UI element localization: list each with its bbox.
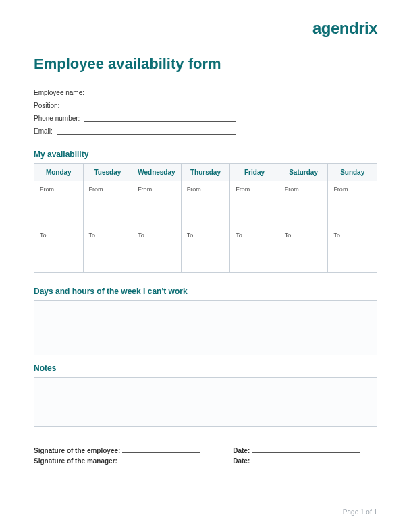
to-cell[interactable]: To	[230, 227, 279, 273]
phone-number-label: Phone number:	[34, 115, 80, 122]
manager-signature-line[interactable]	[119, 463, 199, 463]
day-header-tuesday: Tuesday	[83, 164, 132, 181]
to-cell[interactable]: To	[34, 227, 84, 273]
from-cell[interactable]: From	[83, 181, 132, 227]
notes-section-header: Notes	[34, 363, 377, 373]
day-header-monday: Monday	[34, 164, 84, 181]
to-cell[interactable]: To	[181, 227, 230, 273]
to-cell[interactable]: To	[279, 227, 328, 273]
date-field-1[interactable]: Date:	[233, 447, 377, 454]
day-header-saturday: Saturday	[279, 164, 328, 181]
cant-work-textbox[interactable]	[34, 300, 377, 355]
to-cell[interactable]: To	[132, 227, 182, 273]
phone-number-line[interactable]	[84, 121, 236, 122]
manager-signature-field[interactable]: Signature of the manager:	[34, 457, 233, 465]
employee-name-label: Employee name:	[34, 89, 84, 96]
date-line-2[interactable]	[252, 463, 360, 463]
position-field[interactable]: Position:	[34, 100, 377, 111]
manager-signature-label: Signature of the manager:	[34, 457, 117, 465]
signature-row-2: Signature of the manager: Date:	[34, 457, 377, 465]
to-cell[interactable]: To	[83, 227, 132, 273]
email-field[interactable]: Email:	[34, 126, 377, 136]
employee-signature-field[interactable]: Signature of the employee:	[34, 447, 233, 454]
date-label-2: Date:	[233, 457, 250, 465]
position-label: Position:	[34, 102, 59, 109]
info-fields-block: Employee name: Position: Phone number: E…	[34, 88, 377, 136]
day-header-thursday: Thursday	[181, 164, 230, 181]
from-cell[interactable]: From	[132, 181, 182, 227]
date-label-1: Date:	[233, 447, 250, 454]
signature-row-1: Signature of the employee: Date:	[34, 447, 377, 454]
from-cell[interactable]: From	[34, 181, 84, 227]
employee-signature-label: Signature of the employee:	[34, 447, 120, 454]
cant-work-section-header: Days and hours of the week I can't work	[34, 287, 377, 296]
date-line-1[interactable]	[252, 452, 360, 453]
brand-logo: agendrix	[312, 19, 377, 38]
from-cell[interactable]: From	[230, 181, 279, 227]
from-cell[interactable]: From	[279, 181, 328, 227]
from-row: From From From From From From From	[34, 181, 377, 227]
phone-number-field[interactable]: Phone number:	[34, 113, 377, 123]
from-cell[interactable]: From	[181, 181, 230, 227]
from-cell[interactable]: From	[328, 181, 377, 227]
email-line[interactable]	[57, 134, 236, 135]
form-title: Employee availability form	[34, 55, 377, 73]
table-header-row: Monday Tuesday Wednesday Thursday Friday…	[34, 164, 377, 181]
to-cell[interactable]: To	[328, 227, 377, 273]
availability-table: Monday Tuesday Wednesday Thursday Friday…	[34, 163, 377, 273]
email-label: Email:	[34, 127, 53, 135]
notes-textbox[interactable]	[34, 377, 377, 427]
position-line[interactable]	[63, 109, 229, 109]
day-header-friday: Friday	[230, 164, 279, 181]
day-header-sunday: Sunday	[328, 164, 377, 181]
employee-name-field[interactable]: Employee name:	[34, 88, 377, 98]
to-row: To To To To To To To	[34, 227, 377, 273]
employee-signature-line[interactable]	[122, 452, 200, 453]
page-footer: Page 1 of 1	[343, 508, 377, 516]
day-header-wednesday: Wednesday	[132, 164, 182, 181]
date-field-2[interactable]: Date:	[233, 457, 377, 465]
availability-section-header: My availability	[34, 150, 377, 159]
employee-name-line[interactable]	[88, 96, 237, 96]
